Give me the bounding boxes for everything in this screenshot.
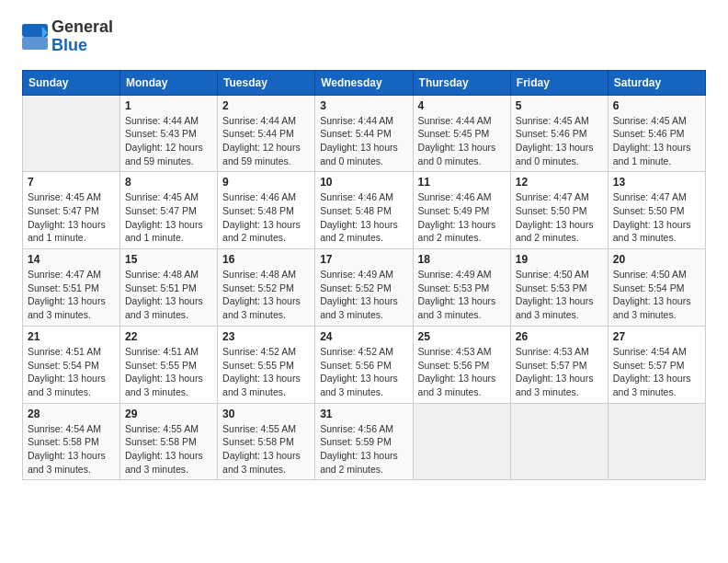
weekday-friday: Friday	[510, 70, 608, 95]
calendar-cell: 14Sunrise: 4:47 AM Sunset: 5:51 PM Dayli…	[23, 249, 120, 327]
day-info: Sunrise: 4:49 AM Sunset: 5:52 PM Dayligh…	[320, 268, 407, 322]
weekday-wednesday: Wednesday	[315, 70, 413, 95]
calendar-cell: 5Sunrise: 4:45 AM Sunset: 5:46 PM Daylig…	[510, 95, 608, 172]
calendar-cell: 10Sunrise: 4:46 AM Sunset: 5:48 PM Dayli…	[315, 172, 413, 249]
weekday-monday: Monday	[120, 70, 218, 95]
calendar-cell: 25Sunrise: 4:53 AM Sunset: 5:56 PM Dayli…	[413, 326, 510, 403]
week-row-2: 7Sunrise: 4:45 AM Sunset: 5:47 PM Daylig…	[23, 172, 706, 249]
day-info: Sunrise: 4:46 AM Sunset: 5:49 PM Dayligh…	[418, 190, 506, 245]
day-info: Sunrise: 4:50 AM Sunset: 5:54 PM Dayligh…	[613, 268, 700, 322]
day-number: 31	[320, 408, 407, 420]
day-number: 13	[613, 176, 700, 189]
calendar-cell: 18Sunrise: 4:49 AM Sunset: 5:53 PM Dayli…	[413, 249, 510, 327]
logo-text: General Blue	[51, 18, 113, 55]
calendar-cell	[413, 403, 510, 480]
day-info: Sunrise: 4:44 AM Sunset: 5:44 PM Dayligh…	[320, 114, 407, 168]
day-info: Sunrise: 4:50 AM Sunset: 5:53 PM Dayligh…	[516, 268, 603, 322]
day-info: Sunrise: 4:52 AM Sunset: 5:55 PM Dayligh…	[222, 345, 310, 399]
day-info: Sunrise: 4:44 AM Sunset: 5:45 PM Dayligh…	[418, 114, 506, 168]
day-info: Sunrise: 4:46 AM Sunset: 5:48 PM Dayligh…	[320, 190, 407, 245]
day-info: Sunrise: 4:49 AM Sunset: 5:53 PM Dayligh…	[418, 268, 506, 322]
svg-rect-1	[22, 37, 48, 50]
day-info: Sunrise: 4:55 AM Sunset: 5:58 PM Dayligh…	[222, 422, 310, 477]
calendar-cell: 17Sunrise: 4:49 AM Sunset: 5:52 PM Dayli…	[315, 249, 413, 327]
calendar-cell: 21Sunrise: 4:51 AM Sunset: 5:54 PM Dayli…	[23, 326, 120, 403]
weekday-thursday: Thursday	[413, 70, 510, 95]
calendar-body: 1Sunrise: 4:44 AM Sunset: 5:43 PM Daylig…	[23, 95, 706, 480]
day-number: 21	[28, 330, 115, 343]
day-number: 28	[28, 408, 115, 420]
day-number: 24	[320, 330, 407, 343]
day-number: 22	[125, 330, 212, 343]
calendar-cell: 26Sunrise: 4:53 AM Sunset: 5:57 PM Dayli…	[510, 326, 608, 403]
week-row-3: 14Sunrise: 4:47 AM Sunset: 5:51 PM Dayli…	[23, 249, 706, 327]
day-number: 10	[320, 176, 407, 189]
day-info: Sunrise: 4:47 AM Sunset: 5:50 PM Dayligh…	[613, 190, 700, 245]
day-info: Sunrise: 4:54 AM Sunset: 5:58 PM Dayligh…	[28, 422, 115, 477]
calendar-cell: 3Sunrise: 4:44 AM Sunset: 5:44 PM Daylig…	[315, 95, 413, 172]
calendar-cell: 9Sunrise: 4:46 AM Sunset: 5:48 PM Daylig…	[218, 172, 315, 249]
day-info: Sunrise: 4:45 AM Sunset: 5:46 PM Dayligh…	[516, 114, 603, 168]
calendar-cell: 15Sunrise: 4:48 AM Sunset: 5:51 PM Dayli…	[120, 249, 218, 327]
day-info: Sunrise: 4:55 AM Sunset: 5:58 PM Dayligh…	[125, 422, 212, 477]
day-number: 20	[613, 253, 700, 266]
day-info: Sunrise: 4:45 AM Sunset: 5:46 PM Dayligh…	[613, 114, 700, 168]
day-number: 14	[28, 253, 115, 266]
day-number: 17	[320, 253, 407, 266]
day-number: 1	[125, 99, 212, 112]
day-info: Sunrise: 4:53 AM Sunset: 5:57 PM Dayligh…	[516, 345, 603, 399]
calendar-cell: 16Sunrise: 4:48 AM Sunset: 5:52 PM Dayli…	[218, 249, 315, 327]
calendar-cell: 1Sunrise: 4:44 AM Sunset: 5:43 PM Daylig…	[120, 95, 218, 172]
day-info: Sunrise: 4:45 AM Sunset: 5:47 PM Dayligh…	[125, 190, 212, 245]
calendar-cell: 11Sunrise: 4:46 AM Sunset: 5:49 PM Dayli…	[413, 172, 510, 249]
day-number: 29	[125, 408, 212, 420]
day-info: Sunrise: 4:44 AM Sunset: 5:44 PM Dayligh…	[222, 114, 310, 168]
calendar-cell: 2Sunrise: 4:44 AM Sunset: 5:44 PM Daylig…	[218, 95, 315, 172]
day-number: 26	[516, 330, 603, 343]
day-number: 30	[222, 408, 310, 420]
day-number: 4	[418, 99, 506, 112]
calendar-cell: 6Sunrise: 4:45 AM Sunset: 5:46 PM Daylig…	[608, 95, 705, 172]
calendar-table: SundayMondayTuesdayWednesdayThursdayFrid…	[22, 70, 706, 481]
calendar-cell: 12Sunrise: 4:47 AM Sunset: 5:50 PM Dayli…	[510, 172, 608, 249]
day-info: Sunrise: 4:45 AM Sunset: 5:47 PM Dayligh…	[28, 190, 115, 245]
day-info: Sunrise: 4:46 AM Sunset: 5:48 PM Dayligh…	[222, 190, 310, 245]
calendar-cell	[510, 403, 608, 480]
day-info: Sunrise: 4:54 AM Sunset: 5:57 PM Dayligh…	[613, 345, 700, 399]
day-number: 11	[418, 176, 506, 189]
day-info: Sunrise: 4:48 AM Sunset: 5:51 PM Dayligh…	[125, 268, 212, 322]
calendar-cell: 27Sunrise: 4:54 AM Sunset: 5:57 PM Dayli…	[608, 326, 705, 403]
calendar-cell: 30Sunrise: 4:55 AM Sunset: 5:58 PM Dayli…	[218, 403, 315, 480]
day-number: 2	[222, 99, 310, 112]
weekday-tuesday: Tuesday	[218, 70, 315, 95]
day-info: Sunrise: 4:51 AM Sunset: 5:55 PM Dayligh…	[125, 345, 212, 399]
day-number: 8	[125, 176, 212, 189]
day-number: 25	[418, 330, 506, 343]
calendar-cell: 13Sunrise: 4:47 AM Sunset: 5:50 PM Dayli…	[608, 172, 705, 249]
week-row-1: 1Sunrise: 4:44 AM Sunset: 5:43 PM Daylig…	[23, 95, 706, 172]
day-info: Sunrise: 4:51 AM Sunset: 5:54 PM Dayligh…	[28, 345, 115, 399]
calendar-cell	[23, 95, 120, 172]
calendar-cell: 7Sunrise: 4:45 AM Sunset: 5:47 PM Daylig…	[23, 172, 120, 249]
weekday-header-row: SundayMondayTuesdayWednesdayThursdayFrid…	[23, 70, 706, 95]
day-number: 15	[125, 253, 212, 266]
day-number: 16	[222, 253, 310, 266]
day-info: Sunrise: 4:44 AM Sunset: 5:43 PM Dayligh…	[125, 114, 212, 168]
calendar-cell: 23Sunrise: 4:52 AM Sunset: 5:55 PM Dayli…	[218, 326, 315, 403]
calendar-cell: 28Sunrise: 4:54 AM Sunset: 5:58 PM Dayli…	[23, 403, 120, 480]
day-info: Sunrise: 4:52 AM Sunset: 5:56 PM Dayligh…	[320, 345, 407, 399]
day-number: 9	[222, 176, 310, 189]
calendar-cell: 31Sunrise: 4:56 AM Sunset: 5:59 PM Dayli…	[315, 403, 413, 480]
day-number: 12	[516, 176, 603, 189]
calendar-cell: 20Sunrise: 4:50 AM Sunset: 5:54 PM Dayli…	[608, 249, 705, 327]
day-number: 27	[613, 330, 700, 343]
day-info: Sunrise: 4:53 AM Sunset: 5:56 PM Dayligh…	[418, 345, 506, 399]
day-info: Sunrise: 4:47 AM Sunset: 5:51 PM Dayligh…	[28, 268, 115, 322]
day-info: Sunrise: 4:47 AM Sunset: 5:50 PM Dayligh…	[516, 190, 603, 245]
calendar-cell	[608, 403, 705, 480]
day-number: 5	[516, 99, 603, 112]
day-info: Sunrise: 4:56 AM Sunset: 5:59 PM Dayligh…	[320, 422, 407, 477]
week-row-4: 21Sunrise: 4:51 AM Sunset: 5:54 PM Dayli…	[23, 326, 706, 403]
page-header: General Blue	[22, 18, 706, 55]
calendar-cell: 8Sunrise: 4:45 AM Sunset: 5:47 PM Daylig…	[120, 172, 218, 249]
